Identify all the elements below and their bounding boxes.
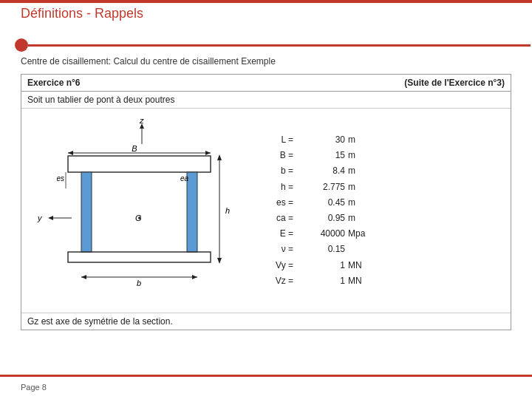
title-area: Définitions - Rappels bbox=[21, 6, 143, 21]
exercise-header: Exercice n°6 (Suite de l'Exercice n°3) bbox=[21, 75, 511, 92]
svg-text:b: b bbox=[137, 279, 141, 287]
exercise-title: Exercice n°6 bbox=[27, 78, 81, 88]
param-name: Vz = bbox=[264, 274, 293, 288]
param-value: 0.15 bbox=[293, 242, 345, 256]
param-value: 2.775 bbox=[293, 180, 345, 194]
page-number: Page 8 bbox=[21, 383, 47, 392]
content-box: Exercice n°6 (Suite de l'Exercice n°3) S… bbox=[21, 74, 511, 330]
svg-marker-4 bbox=[68, 151, 73, 155]
param-value: 0.45 bbox=[293, 196, 345, 210]
svg-text:B: B bbox=[132, 144, 137, 153]
param-row: E = 40000 Mpa bbox=[264, 227, 505, 241]
page-title: Définitions - Rappels bbox=[21, 6, 143, 21]
svg-rect-8 bbox=[81, 172, 92, 252]
param-unit: Mpa bbox=[348, 227, 378, 241]
svg-marker-20 bbox=[217, 154, 222, 160]
param-row: Vz = 1 MN bbox=[264, 274, 505, 288]
param-value: 40000 bbox=[293, 227, 345, 241]
param-unit: MN bbox=[348, 274, 378, 288]
param-value: 0.95 bbox=[293, 211, 345, 225]
top-bar bbox=[0, 0, 532, 3]
svg-marker-12 bbox=[48, 216, 53, 220]
param-value: 15 bbox=[293, 149, 345, 163]
bridge-diagram: z B bbox=[27, 115, 249, 307]
param-value: 8.4 bbox=[293, 164, 345, 178]
param-row: B = 15 m bbox=[264, 149, 505, 163]
param-value: 30 bbox=[293, 133, 345, 147]
param-name: B = bbox=[264, 149, 293, 163]
exercise-subtitle: (Suite de l'Exercice n°3) bbox=[404, 78, 505, 88]
accent-row bbox=[15, 38, 531, 52]
svg-text:es: es bbox=[56, 174, 64, 183]
param-name: h = bbox=[264, 180, 293, 194]
param-row: ca = 0.95 m bbox=[264, 211, 505, 225]
svg-text:y: y bbox=[37, 214, 43, 222]
param-name: E = bbox=[264, 227, 293, 241]
param-name: ν = bbox=[264, 242, 293, 256]
param-row: Vy = 1 MN bbox=[264, 259, 505, 273]
param-value: 1 bbox=[293, 259, 345, 273]
param-unit: MN bbox=[348, 259, 378, 273]
param-name: Vy = bbox=[264, 259, 293, 273]
param-unit: m bbox=[348, 196, 378, 210]
svg-marker-5 bbox=[205, 151, 211, 155]
param-row: es = 0.45 m bbox=[264, 196, 505, 210]
main-content: z B bbox=[21, 109, 511, 313]
svg-marker-24 bbox=[81, 275, 86, 279]
param-value: 1 bbox=[293, 274, 345, 288]
param-unit: m bbox=[348, 180, 378, 194]
diagram-area: z B bbox=[27, 115, 249, 307]
svg-marker-25 bbox=[192, 275, 197, 279]
param-name: ca = bbox=[264, 211, 293, 225]
svg-text:ea: ea bbox=[180, 174, 189, 183]
parameters-area: L = 30 m B = 15 m b = 8.4 m h = 2.775 m … bbox=[256, 115, 505, 307]
svg-text:z: z bbox=[139, 116, 144, 125]
param-row: ν = 0.15 bbox=[264, 242, 505, 256]
param-row: b = 8.4 m bbox=[264, 164, 505, 178]
param-row: h = 2.775 m bbox=[264, 180, 505, 194]
svg-marker-21 bbox=[217, 258, 222, 264]
param-unit: m bbox=[348, 164, 378, 178]
bottom-bar bbox=[0, 375, 532, 377]
svg-point-15 bbox=[138, 216, 141, 219]
svg-text:h: h bbox=[225, 206, 230, 215]
param-name: es = bbox=[264, 196, 293, 210]
param-row: L = 30 m bbox=[264, 133, 505, 147]
param-unit: m bbox=[348, 149, 378, 163]
svg-rect-7 bbox=[68, 156, 211, 172]
subtitle-text: Centre de cisaillement: Calcul du centre… bbox=[21, 56, 276, 66]
svg-rect-9 bbox=[187, 172, 197, 252]
symmetry-note: Gz est axe de symétrie de la section. bbox=[21, 313, 511, 330]
param-name: L = bbox=[264, 133, 293, 147]
param-name: b = bbox=[264, 164, 293, 178]
red-line bbox=[28, 44, 531, 47]
red-circle-icon bbox=[15, 38, 28, 52]
param-unit: m bbox=[348, 211, 378, 225]
exercise-description: Soit un tablier de pont à deux poutres bbox=[21, 92, 511, 109]
param-unit: m bbox=[348, 133, 378, 147]
svg-rect-10 bbox=[68, 252, 211, 262]
